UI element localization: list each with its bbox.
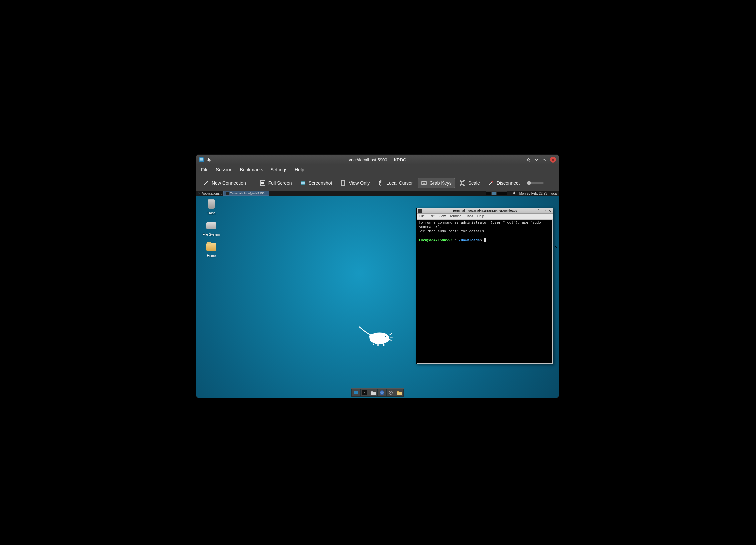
menu-bookmarks[interactable]: Bookmarks: [240, 167, 263, 172]
dock-terminal[interactable]: >_: [361, 389, 369, 396]
terminal-window[interactable]: Terminal - luca@ad47158a5520: ~/Download…: [416, 208, 553, 364]
krdc-window: vnc://localhost:5900 — KRDC File Session: [196, 155, 559, 398]
xfce-top-panel[interactable]: ✕ Applications : Terminal - luca@ad47158…: [196, 191, 559, 196]
icon-label: Trash: [200, 211, 223, 215]
scale-button[interactable]: Scale: [456, 178, 483, 188]
svg-rect-11: [460, 181, 465, 185]
terminal-body[interactable]: To run a command as administrator (user …: [417, 220, 552, 363]
svg-point-17: [385, 336, 386, 337]
svg-point-13: [491, 181, 493, 182]
svg-rect-6: [301, 182, 305, 184]
svg-point-26: [390, 392, 391, 393]
desktop-icon-home[interactable]: Home: [200, 241, 223, 258]
icon-label: Home: [200, 254, 223, 258]
svg-point-15: [369, 334, 375, 339]
document-icon: [340, 180, 346, 186]
dock-files[interactable]: [369, 389, 377, 396]
btn-label: Scale: [468, 180, 480, 186]
terminal-menubar: File Edit View Terminal Tabs Help: [417, 214, 553, 219]
full-screen-button[interactable]: Full Screen: [256, 178, 295, 188]
svg-rect-4: [261, 182, 264, 184]
term-close-icon[interactable]: ✕: [548, 209, 551, 213]
screenshot-icon: [300, 180, 306, 186]
term-menu-terminal[interactable]: Terminal: [450, 214, 462, 218]
svg-rect-27: [397, 392, 402, 395]
svg-rect-12: [461, 182, 464, 184]
user-label[interactable]: luca: [551, 192, 557, 195]
remote-cursor-icon: ↖: [555, 245, 558, 249]
keyboard-icon: [421, 180, 427, 186]
svg-rect-10: [421, 182, 427, 184]
workspace-2[interactable]: [491, 191, 497, 195]
applications-menu[interactable]: Applications: [202, 192, 220, 195]
zoom-slider[interactable]: [527, 182, 544, 184]
xfce-logo-icon[interactable]: ✕: [198, 192, 200, 195]
slider-knob[interactable]: [527, 181, 531, 185]
term-menu-help[interactable]: Help: [477, 214, 484, 218]
taskbar-terminal[interactable]: Terminal - luca@ad47158...: [223, 191, 269, 196]
xfce-mouse-logo: [356, 324, 400, 348]
term-menu-edit[interactable]: Edit: [429, 214, 434, 218]
taskbar-label: Terminal - luca@ad47158...: [230, 192, 267, 195]
clock[interactable]: Mon 20 Feb, 22:23: [519, 192, 547, 195]
workspace-switcher[interactable]: [486, 191, 507, 195]
window-title: vnc://localhost:5900 — KRDC: [196, 157, 559, 162]
terminal-titlebar[interactable]: Terminal - luca@ad47158a5520: ~/Download…: [417, 208, 553, 214]
krdc-titlebar[interactable]: vnc://localhost:5900 — KRDC: [196, 155, 559, 165]
dock-folder[interactable]: [395, 389, 403, 396]
term-minimize-icon[interactable]: –: [541, 209, 543, 213]
menu-file[interactable]: File: [201, 167, 209, 172]
btn-label: Screenshot: [309, 180, 332, 186]
menu-settings[interactable]: Settings: [270, 167, 287, 172]
btn-label: View Only: [349, 180, 370, 186]
minimize-icon[interactable]: [534, 157, 539, 162]
screenshot-button[interactable]: Screenshot: [297, 178, 336, 188]
chevron-double-up-icon[interactable]: [526, 157, 531, 162]
xfce-dock[interactable]: >_: [351, 388, 404, 397]
grab-keys-button[interactable]: Grab Keys: [418, 178, 455, 188]
menu-session[interactable]: Session: [216, 167, 233, 172]
btn-label: New Connection: [212, 180, 246, 186]
svg-rect-19: [354, 394, 358, 394]
local-cursor-button[interactable]: Local Cursor: [374, 178, 416, 188]
desktop-icon-trash[interactable]: Trash: [200, 199, 223, 215]
app-icon: [199, 157, 204, 162]
term-maximize-icon[interactable]: ▫: [545, 209, 546, 213]
dock-show-desktop[interactable]: [352, 389, 360, 396]
mouse-icon: [378, 180, 384, 186]
workspace-4[interactable]: [502, 191, 507, 195]
btn-label: Full Screen: [268, 180, 292, 186]
view-only-button[interactable]: View Only: [337, 178, 373, 188]
dock-settings[interactable]: [387, 389, 395, 396]
prompt-user: luca@ad47158a5520: [419, 238, 454, 242]
scale-icon: [460, 180, 466, 186]
svg-point-16: [384, 334, 388, 338]
svg-text:>_: >_: [363, 391, 367, 394]
drive-icon: [206, 222, 216, 229]
maximize-icon[interactable]: [542, 157, 547, 162]
close-icon[interactable]: [550, 157, 556, 163]
workspace-3[interactable]: [497, 191, 502, 195]
pin-icon[interactable]: [206, 157, 211, 162]
disconnect-button[interactable]: Disconnect: [485, 178, 523, 188]
terminal-task-icon: [226, 192, 229, 195]
new-connection-button[interactable]: New Connection: [200, 178, 249, 188]
icon-label: File System: [200, 233, 223, 236]
btn-label: Grab Keys: [430, 180, 452, 186]
term-menu-tabs[interactable]: Tabs: [466, 214, 473, 218]
workspace-1[interactable]: [486, 191, 491, 195]
folder-icon: [206, 243, 216, 251]
notification-icon[interactable]: [513, 191, 516, 195]
term-shade-icon[interactable]: ˆ: [538, 209, 539, 213]
separator: [253, 178, 253, 188]
prompt-path: ~/Downloads: [457, 238, 480, 242]
krdc-menubar: File Session Bookmarks Settings Help: [196, 165, 559, 175]
remote-desktop[interactable]: ✕ Applications : Terminal - luca@ad47158…: [196, 191, 559, 398]
btn-label: Disconnect: [497, 180, 520, 186]
menu-help[interactable]: Help: [295, 167, 304, 172]
motd-line2: See "man sudo_root" for details.: [419, 229, 486, 233]
term-menu-file[interactable]: File: [419, 214, 425, 218]
term-menu-view[interactable]: View: [438, 214, 446, 218]
dock-browser[interactable]: [378, 389, 386, 396]
desktop-icon-filesystem[interactable]: File System: [200, 220, 223, 236]
